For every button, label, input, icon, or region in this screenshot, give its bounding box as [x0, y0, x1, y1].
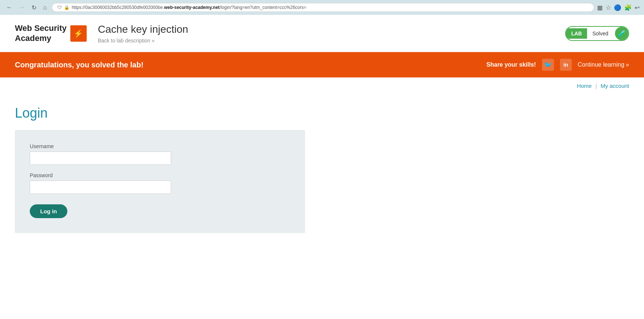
chevron-icon: »	[152, 38, 155, 44]
forward-button[interactable]: →	[17, 3, 27, 12]
lab-title-area: Cache key injection Back to lab descript…	[98, 23, 565, 44]
logo-text: Web SecurityAcademy	[15, 23, 67, 43]
qr-icon[interactable]: ▦	[597, 4, 603, 11]
back-button[interactable]: ←	[4, 3, 14, 12]
continue-chevron-icon: »	[626, 61, 629, 68]
lab-label: LAB	[566, 28, 587, 39]
logo-area: Web SecurityAcademy	[15, 23, 87, 43]
login-form-container: Username Password Log in	[15, 130, 305, 233]
main-content: Login Username Password Log in	[0, 94, 446, 255]
home-link[interactable]: Home	[577, 83, 592, 89]
password-input[interactable]	[30, 181, 171, 194]
nav-separator: |	[595, 83, 597, 89]
back-to-lab-link[interactable]: Back to lab description »	[98, 38, 155, 44]
logo-wordmark: Web SecurityAcademy	[15, 23, 67, 43]
logo-icon	[70, 25, 87, 42]
shield-icon: 🛡	[57, 5, 62, 10]
login-title: Login	[15, 105, 432, 121]
url-text: https://0ac30060032bb5c280530dfe002000be…	[72, 5, 307, 10]
puzzle-icon[interactable]: 🧩	[624, 4, 632, 11]
share-label: Share your skills!	[486, 61, 536, 68]
reload-button[interactable]: ↻	[30, 3, 38, 12]
notification-icon[interactable]: 🔵	[614, 4, 621, 11]
star-icon[interactable]: ☆	[606, 4, 611, 11]
banner-right: Share your skills! 🐦 in Continue learnin…	[486, 59, 629, 71]
my-account-link[interactable]: My account	[600, 83, 629, 89]
solved-label: Solved	[587, 28, 613, 39]
browser-chrome: ← → ↻ ⌂ 🛡 🔒 https://0ac30060032bb5c28053…	[0, 0, 644, 15]
solved-banner: Congratulations, you solved the lab! Sha…	[0, 52, 644, 77]
continue-learning-link[interactable]: Continue learning »	[578, 61, 629, 68]
back-arrow-icon[interactable]: ↩	[635, 4, 640, 11]
twitter-link[interactable]: 🐦	[542, 59, 554, 71]
linkedin-link[interactable]: in	[560, 59, 572, 71]
browser-toolbar: ▦ ☆ 🔵 🧩 ↩	[597, 4, 640, 11]
linkedin-icon: in	[563, 62, 568, 68]
login-button[interactable]: Log in	[30, 204, 67, 218]
site-header: Web SecurityAcademy Cache key injection …	[0, 15, 644, 52]
lab-title: Cache key injection	[98, 23, 565, 35]
lab-badge: LAB Solved 🧪	[565, 26, 629, 41]
flask-button[interactable]: 🧪	[615, 27, 628, 40]
twitter-icon: 🐦	[544, 61, 552, 69]
url-bar[interactable]: 🛡 🔒 https://0ac30060032bb5c280530dfe0020…	[52, 3, 594, 12]
solved-message: Congratulations, you solved the lab!	[15, 61, 144, 69]
home-button[interactable]: ⌂	[41, 3, 49, 12]
password-label: Password	[30, 172, 290, 178]
page-nav: Home | My account	[0, 77, 644, 94]
username-label: Username	[30, 143, 290, 149]
lock-icon: 🔒	[64, 5, 70, 10]
username-input[interactable]	[30, 151, 171, 165]
